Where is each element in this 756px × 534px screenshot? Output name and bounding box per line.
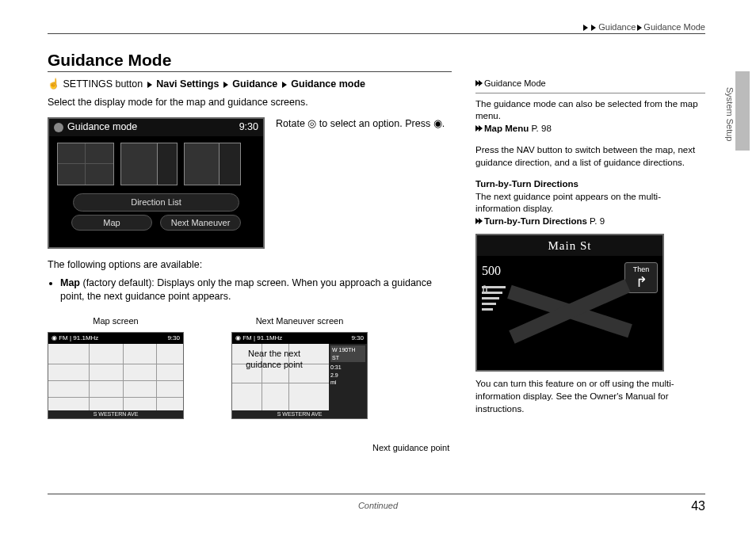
- mid-display-screenshot: Main St 500ft Then↱: [475, 234, 664, 372]
- aside-p4: You can turn this feature on or off usin…: [475, 378, 705, 415]
- section-tab-label: System Setup: [725, 87, 735, 141]
- thumb-map: [57, 143, 114, 185]
- aside-column: Guidance Mode The guidance mode can also…: [475, 78, 705, 415]
- title-rule: [48, 71, 452, 72]
- intersection-icon: [506, 268, 633, 355]
- comparison-shots: Map screen ◉ FM | 91.1MHz9:30 S WESTERN …: [48, 315, 452, 419]
- rotate-instruction: Rotate ◎ to select an option. Press ◉.: [276, 117, 452, 131]
- cap-nextman-screen: Next Maneuver screen: [256, 315, 344, 327]
- triangle-icon: [147, 82, 152, 88]
- page-number: 43: [691, 499, 705, 513]
- thumb-nextman: [184, 143, 241, 185]
- between-caption: Near the next guidance point: [235, 349, 314, 369]
- aside-p1: The guidance mode can also be selected f…: [475, 98, 705, 123]
- thumb-dirlist: [120, 143, 178, 185]
- ds-bars: [482, 286, 506, 314]
- aside-subhead: Turn-by-Turn Directions: [475, 179, 578, 189]
- triangle-icon: [282, 82, 287, 88]
- option-list: Map (factory default): Displays only the…: [60, 277, 452, 303]
- options-intro: The following options are available:: [48, 258, 452, 272]
- rule-bottom: [48, 494, 705, 494]
- s1-title: Guidance mode: [67, 120, 137, 134]
- page-title: Guidance Mode: [48, 51, 171, 70]
- cap-map-screen: Map screen: [93, 315, 138, 327]
- intro-text: Select the display mode for the map and …: [48, 96, 452, 109]
- aside-p2: Press the NAV button to switch between t…: [475, 144, 705, 169]
- aside-heading: Guidance Mode: [475, 78, 705, 93]
- main-column: ☝ SETTINGS button Navi Settings Guidance…: [48, 78, 452, 419]
- option-map: Map (factory default): Displays only the…: [60, 277, 452, 303]
- path-b3: Guidance mode: [291, 78, 365, 90]
- ngp-caption: Next guidance point: [372, 442, 449, 454]
- ds-dist: 500: [482, 264, 501, 277]
- rule-top: [48, 33, 705, 34]
- guidance-mode-screenshot: Guidance mode 9:30 Direction List Map Ne…: [48, 117, 265, 249]
- breadcrumb-a: Guidance: [598, 22, 636, 32]
- path-b1: Navi Settings: [156, 78, 219, 90]
- triangle-icon: [223, 82, 228, 88]
- section-tab: [735, 71, 750, 151]
- settings-path: ☝ SETTINGS button Navi Settings Guidance…: [48, 78, 452, 91]
- s1-opt-map: Map: [71, 215, 152, 231]
- breadcrumb: GuidanceGuidance Mode: [582, 22, 705, 32]
- link-mapmenu: Map Menu P. 98: [475, 123, 705, 135]
- aside-p3: The next guidance point appears on the m…: [475, 191, 705, 216]
- mini-map-screen: ◉ FM | 91.1MHz9:30 S WESTERN AVE: [48, 332, 184, 419]
- breadcrumb-b: Guidance Mode: [643, 22, 705, 32]
- path-pre: SETTINGS button: [63, 78, 143, 90]
- link-tbt: Turn-by-Turn Directions P. 9: [475, 216, 705, 228]
- continued: Continued: [358, 501, 398, 510]
- s1-opt-nextman: Next Maneuver: [160, 215, 241, 231]
- s1-opt-dirlist: Direction List: [73, 193, 239, 212]
- ds-title: Main St: [477, 235, 662, 256]
- mini-nextman-screen: ◉ FM | 91.1MHz9:30 W 190TH ST 0:312.9mi …: [231, 332, 368, 419]
- path-b2: Guidance: [232, 78, 277, 90]
- gear-icon: [54, 123, 63, 132]
- s1-time: 9:30: [239, 120, 258, 134]
